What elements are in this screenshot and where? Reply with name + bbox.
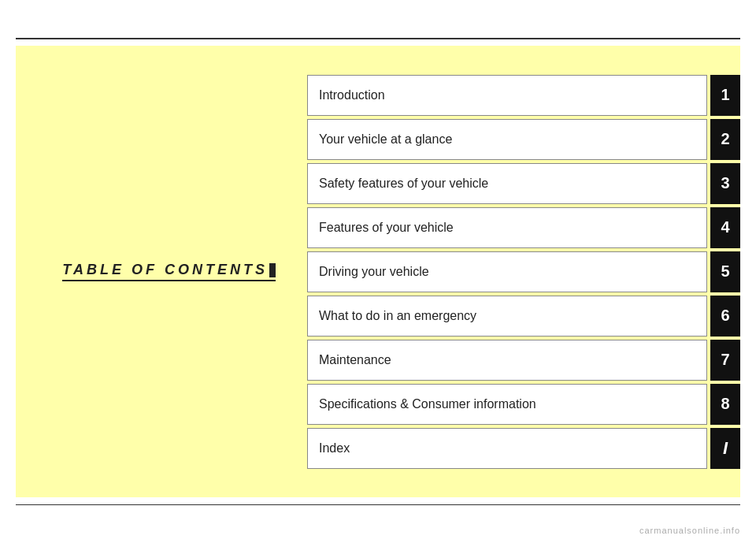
toc-item-label-8: Specifications & Consumer information (307, 384, 707, 425)
toc-item-label-7: Maintenance (307, 340, 707, 381)
toc-row[interactable]: Features of your vehicle4 (307, 207, 740, 248)
toc-row[interactable]: Safety features of your vehicle3 (307, 163, 740, 204)
toc-item-number-4: 4 (710, 207, 740, 248)
toc-item-label-1: Introduction (307, 75, 707, 116)
toc-row[interactable]: IndexI (307, 428, 740, 469)
toc-row[interactable]: What to do in an emergency6 (307, 296, 740, 337)
toc-item-label-4: Features of your vehicle (307, 207, 707, 248)
toc-cursor (269, 263, 276, 277)
toc-row[interactable]: Specifications & Consumer information8 (307, 384, 740, 425)
toc-item-label-9: Index (307, 428, 707, 469)
toc-item-number-3: 3 (710, 163, 740, 204)
toc-row[interactable]: Driving your vehicle5 (307, 251, 740, 292)
toc-item-number-1: 1 (710, 75, 740, 116)
toc-item-number-2: 2 (710, 119, 740, 160)
watermark-text: carmanualsonline.info (639, 526, 740, 535)
toc-item-number-8: 8 (710, 384, 740, 425)
toc-title: TABLE OF CONTENTS (62, 262, 276, 281)
toc-row[interactable]: Maintenance7 (307, 340, 740, 381)
toc-row[interactable]: Your vehicle at a glance2 (307, 119, 740, 160)
toc-item-number-6: 6 (710, 296, 740, 337)
toc-item-number-7: 7 (710, 340, 740, 381)
toc-item-number-9: I (710, 428, 740, 469)
left-panel: TABLE OF CONTENTS (16, 46, 299, 497)
watermark: carmanualsonline.info (639, 526, 740, 535)
top-divider (16, 38, 740, 39)
bottom-divider (16, 504, 740, 506)
toc-row[interactable]: Introduction1 (307, 75, 740, 116)
main-content: TABLE OF CONTENTS Introduction1Your vehi… (16, 46, 740, 497)
toc-item-label-6: What to do in an emergency (307, 296, 707, 337)
right-panel: Introduction1Your vehicle at a glance2Sa… (299, 46, 740, 497)
toc-item-label-3: Safety features of your vehicle (307, 163, 707, 204)
toc-item-number-5: 5 (710, 251, 740, 292)
toc-title-text: TABLE OF CONTENTS (62, 262, 268, 277)
toc-item-label-5: Driving your vehicle (307, 251, 707, 292)
toc-item-label-2: Your vehicle at a glance (307, 119, 707, 160)
